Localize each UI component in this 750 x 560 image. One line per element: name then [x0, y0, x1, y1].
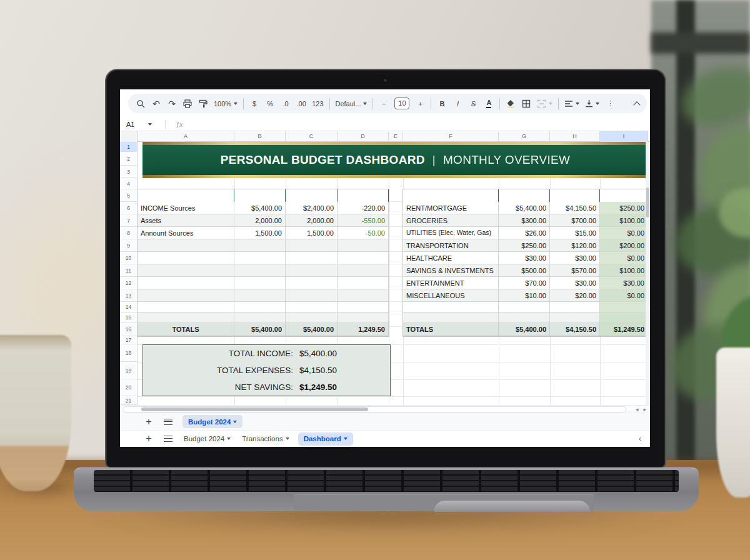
- income-cell[interactable]: [286, 239, 338, 252]
- row-header-3[interactable]: 3: [120, 166, 137, 178]
- row-header-20[interactable]: 20: [120, 379, 137, 396]
- income-cell[interactable]: [338, 302, 389, 312]
- font-size-input[interactable]: 10: [394, 97, 409, 111]
- income-cell[interactable]: [286, 252, 338, 264]
- income-cell[interactable]: 2,000.00: [234, 214, 286, 227]
- income-cell[interactable]: 2,000.00: [286, 214, 338, 227]
- income-cell[interactable]: [338, 239, 389, 252]
- add-sheet-icon[interactable]: +: [144, 417, 154, 427]
- paint-format-icon[interactable]: [198, 97, 208, 111]
- expense-cell[interactable]: [550, 302, 600, 312]
- row-header-8[interactable]: 8: [120, 227, 137, 239]
- income-totals-label[interactable]: TOTALS: [138, 323, 234, 336]
- expense-cell[interactable]: [600, 312, 648, 323]
- income-cell[interactable]: 1,500.00: [234, 227, 286, 239]
- tab-budget-2024[interactable]: Budget 2024: [184, 435, 231, 442]
- column-header-I[interactable]: I: [600, 131, 648, 142]
- expense-cell[interactable]: GROCERIES: [403, 214, 499, 227]
- expense-totals-budgeted[interactable]: $5,400.00: [499, 323, 550, 336]
- expense-cell[interactable]: $15.00: [550, 227, 600, 239]
- expense-cell[interactable]: $0.00: [600, 252, 648, 264]
- expense-cell[interactable]: RENT/MORTGAGE: [403, 202, 499, 214]
- expense-cell[interactable]: [499, 312, 550, 323]
- income-cell[interactable]: Annount Sources: [138, 227, 234, 239]
- expense-cell[interactable]: $30.00: [499, 252, 550, 264]
- income-cell[interactable]: [234, 289, 286, 302]
- scroll-right-icon[interactable]: ▸: [643, 406, 646, 412]
- expense-cell[interactable]: $250.00: [499, 239, 550, 252]
- vertical-scrollbar[interactable]: [646, 142, 650, 405]
- expense-cell[interactable]: $0.00: [600, 227, 648, 239]
- expense-cell[interactable]: HEALTHCARE: [403, 252, 499, 264]
- expense-cell[interactable]: ENTERTAINMENT: [403, 277, 499, 289]
- income-cell[interactable]: [338, 252, 389, 264]
- collapse-toolbar-icon[interactable]: [633, 101, 640, 108]
- undo-icon[interactable]: ↶: [151, 97, 161, 111]
- income-totals-difference[interactable]: 1,249.50: [338, 323, 389, 336]
- row-header-5[interactable]: 5: [120, 189, 137, 202]
- row-header-9[interactable]: 9: [120, 239, 137, 252]
- expense-cell[interactable]: $10.00: [499, 289, 550, 302]
- italic-button[interactable]: I: [452, 97, 462, 111]
- income-cell[interactable]: [338, 312, 389, 323]
- row-header-7[interactable]: 7: [120, 214, 137, 227]
- horizontal-scrollbar-thumb[interactable]: [141, 408, 368, 411]
- expense-cell[interactable]: $30.00: [550, 277, 600, 289]
- expense-cell[interactable]: $30.00: [550, 252, 600, 264]
- row-header-12[interactable]: 12: [120, 277, 137, 289]
- income-cell[interactable]: [234, 239, 286, 252]
- expense-cell[interactable]: $26.00: [499, 227, 550, 239]
- name-box[interactable]: A1: [120, 121, 160, 128]
- expense-cell[interactable]: $100.00: [600, 214, 648, 227]
- income-totals-planned[interactable]: $5,400.00: [234, 323, 286, 336]
- expense-cell[interactable]: $4,150.50: [550, 202, 600, 214]
- decrease-decimal-button[interactable]: .0: [281, 97, 291, 111]
- row-header-14[interactable]: 14: [120, 302, 137, 312]
- expense-cell[interactable]: MISCELLANEOUS: [403, 289, 499, 302]
- income-cell[interactable]: $5,400.00: [234, 202, 286, 214]
- print-icon[interactable]: [182, 97, 192, 111]
- row-header-1[interactable]: 1: [120, 142, 137, 152]
- column-header-E[interactable]: E: [389, 131, 403, 142]
- income-cell[interactable]: [138, 239, 234, 252]
- redo-icon[interactable]: ↷: [167, 97, 177, 111]
- income-header-planned[interactable]: PLANNED: [234, 189, 286, 202]
- income-totals-actual[interactable]: $5,400.00: [286, 323, 338, 336]
- select-all-corner[interactable]: [120, 131, 138, 142]
- format-percent-button[interactable]: %: [265, 97, 275, 111]
- zoom-select[interactable]: 100%: [214, 97, 238, 111]
- row-header-13[interactable]: 13: [120, 289, 137, 302]
- expense-cell[interactable]: [403, 312, 499, 323]
- expense-cell[interactable]: $5,400.00: [499, 202, 550, 214]
- column-header-D[interactable]: D: [338, 131, 389, 142]
- merge-cells-icon[interactable]: [537, 97, 552, 111]
- income-cell[interactable]: [138, 289, 234, 302]
- income-cell[interactable]: -50.00: [338, 227, 389, 239]
- expense-cell[interactable]: SAVINGS & INVESTMENTS: [403, 264, 499, 277]
- row-header-21[interactable]: 21: [120, 396, 137, 405]
- income-cell[interactable]: [138, 252, 234, 264]
- row-header-18[interactable]: 18: [120, 344, 137, 362]
- expense-cell[interactable]: $200.00: [600, 239, 648, 252]
- expense-cell[interactable]: $120.00: [550, 239, 600, 252]
- expense-cell[interactable]: $570.00: [550, 264, 600, 277]
- income-cell[interactable]: [286, 277, 338, 289]
- expense-header-remaining[interactable]: REMAINING: [600, 189, 648, 202]
- scroll-tabs-left-icon[interactable]: ‹: [639, 434, 641, 443]
- income-cell[interactable]: [286, 264, 338, 277]
- tab-dashboard-active[interactable]: Dashboard: [298, 432, 353, 446]
- expense-cell[interactable]: [499, 302, 550, 312]
- income-cell[interactable]: [234, 264, 286, 277]
- font-select[interactable]: Defaul...: [336, 97, 368, 111]
- income-cell[interactable]: $2,400.00: [286, 202, 338, 214]
- text-color-button[interactable]: A: [484, 97, 494, 111]
- income-header-actual[interactable]: ACTUAL: [286, 189, 338, 202]
- expense-totals-spent[interactable]: $4,150.50: [550, 323, 600, 336]
- income-cell[interactable]: [286, 289, 338, 302]
- search-icon[interactable]: [136, 97, 146, 111]
- income-cell[interactable]: [338, 264, 389, 277]
- expense-cell[interactable]: [550, 312, 600, 323]
- income-cell[interactable]: -220.00: [338, 202, 389, 214]
- format-currency-button[interactable]: $: [249, 97, 259, 111]
- summary-value[interactable]: $5,400.00: [299, 349, 337, 358]
